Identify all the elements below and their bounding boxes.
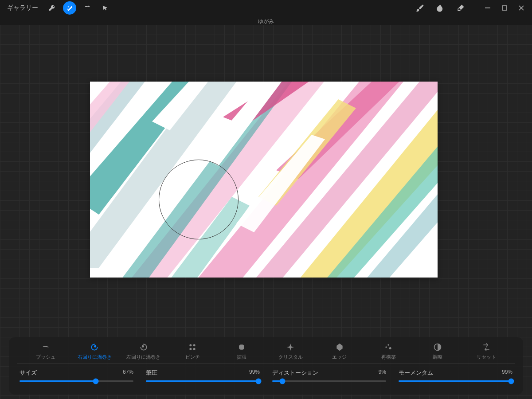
svg-rect-0 xyxy=(485,8,490,8)
brush-icon[interactable] xyxy=(413,1,426,15)
svg-point-10 xyxy=(389,347,391,349)
mode-label: クリスタル xyxy=(278,354,303,360)
slider-value: 99% xyxy=(249,369,260,377)
twirl-left-icon xyxy=(139,342,149,352)
svg-point-4 xyxy=(193,344,196,346)
slider-label: サイズ xyxy=(20,369,37,377)
artwork xyxy=(90,82,438,278)
mode-edge[interactable]: エッジ xyxy=(320,342,360,360)
mode-label: 再構築 xyxy=(381,354,396,360)
document-title: ゆがみ xyxy=(0,18,532,25)
slider-label: モーメンタム xyxy=(399,369,433,377)
window-controls xyxy=(481,2,528,14)
mode-adjust[interactable]: 調整 xyxy=(418,342,458,360)
pinch-icon xyxy=(188,342,197,352)
canvas-viewport: プッシュ 右回りに渦巻き 左回りに渦巻き ピンチ xyxy=(0,25,532,399)
liquify-mode-row: プッシュ 右回りに渦巻き 左回りに渦巻き ピンチ xyxy=(17,341,515,364)
svg-point-6 xyxy=(193,348,196,350)
reconstruct-icon xyxy=(383,342,393,352)
canvas[interactable] xyxy=(90,82,438,278)
mode-label: エッジ xyxy=(332,354,347,360)
mode-label: ピンチ xyxy=(185,354,200,360)
mode-label: 左回りに渦巻き xyxy=(126,354,160,360)
magic-wand-icon[interactable] xyxy=(63,1,76,15)
cursor-icon[interactable] xyxy=(98,1,112,15)
svg-point-3 xyxy=(190,344,192,346)
svg-point-5 xyxy=(190,348,192,350)
mode-push[interactable]: プッシュ xyxy=(26,342,66,360)
reset-icon xyxy=(481,342,491,352)
slider-pressure: 筆圧 99% xyxy=(146,369,260,382)
mode-label: 右回りに渦巻き xyxy=(78,354,112,360)
eraser-icon[interactable] xyxy=(454,1,467,15)
liquify-panel: プッシュ 右回りに渦巻き 左回りに渦巻き ピンチ xyxy=(9,337,523,395)
mode-expand[interactable]: 拡張 xyxy=(222,342,262,360)
push-icon xyxy=(41,342,51,352)
svg-rect-7 xyxy=(239,344,244,350)
slider-value: 99% xyxy=(502,369,512,377)
mode-reset[interactable]: リセット xyxy=(466,342,506,360)
slider-distortion: ディストーション 9% xyxy=(272,369,386,382)
slider-label: 筆圧 xyxy=(146,369,157,377)
mode-twirl-left[interactable]: 左回りに渦巻き xyxy=(124,342,164,360)
mode-twirl-right[interactable]: 右回りに渦巻き xyxy=(74,342,114,360)
selection-icon[interactable] xyxy=(81,1,94,15)
slider-size: サイズ 67% xyxy=(20,369,133,382)
smudge-icon[interactable] xyxy=(434,1,447,15)
edge-icon xyxy=(335,342,344,352)
mode-pinch[interactable]: ピンチ xyxy=(172,342,212,360)
slider-pressure-track[interactable] xyxy=(146,380,260,382)
maximize-button[interactable] xyxy=(498,2,511,14)
slider-value: 9% xyxy=(379,369,386,377)
adjust-icon xyxy=(433,342,442,352)
slider-momentum-track[interactable] xyxy=(399,380,512,382)
crystal-icon xyxy=(286,342,295,352)
expand-icon xyxy=(237,342,246,352)
svg-rect-1 xyxy=(502,6,507,10)
slider-row: サイズ 67% 筆圧 99% xyxy=(17,369,515,382)
mode-label: 拡張 xyxy=(237,354,246,360)
top-toolbar: ギャラリー xyxy=(0,0,532,16)
slider-size-track[interactable] xyxy=(20,380,133,382)
top-toolbar-left: ギャラリー xyxy=(4,1,112,15)
mode-crystal[interactable]: クリスタル xyxy=(270,342,310,360)
mode-reconstruct[interactable]: 再構築 xyxy=(368,342,408,360)
wrench-icon[interactable] xyxy=(45,1,59,15)
svg-point-8 xyxy=(385,346,387,348)
mode-label: プッシュ xyxy=(36,354,55,360)
slider-value: 67% xyxy=(123,369,133,377)
mode-label: 調整 xyxy=(433,354,442,360)
svg-point-9 xyxy=(387,344,389,345)
close-button[interactable] xyxy=(515,2,528,14)
slider-momentum: モーメンタム 99% xyxy=(399,369,512,382)
gallery-button[interactable]: ギャラリー xyxy=(4,2,41,14)
minimize-button[interactable] xyxy=(481,2,494,14)
slider-label: ディストーション xyxy=(272,369,318,377)
top-toolbar-right xyxy=(413,1,528,15)
twirl-right-icon xyxy=(90,342,99,352)
mode-label: リセット xyxy=(477,354,496,360)
slider-distortion-track[interactable] xyxy=(272,380,386,382)
